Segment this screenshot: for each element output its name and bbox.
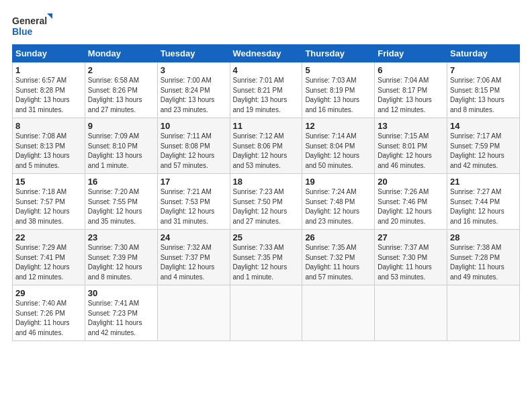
day-info: Sunrise: 7:08 AMSunset: 8:13 PMDaylight:…: [15, 132, 82, 171]
table-row: [375, 285, 447, 341]
col-monday: Monday: [85, 45, 157, 62]
day-number: 8: [15, 121, 82, 131]
day-info: Sunrise: 6:57 AMSunset: 8:28 PMDaylight:…: [15, 76, 82, 115]
day-info: Sunrise: 7:37 AMSunset: 7:30 PMDaylight:…: [378, 243, 444, 282]
table-row: 9Sunrise: 7:09 AMSunset: 8:10 PMDaylight…: [85, 118, 157, 174]
table-row: 14Sunrise: 7:17 AMSunset: 7:59 PMDayligh…: [447, 118, 520, 174]
day-number: 11: [233, 121, 300, 131]
day-number: 29: [15, 288, 82, 298]
day-number: 20: [378, 177, 444, 187]
day-number: 17: [161, 177, 227, 187]
day-number: 2: [88, 65, 154, 75]
day-info: Sunrise: 7:24 AMSunset: 7:48 PMDaylight:…: [305, 187, 371, 226]
day-number: 14: [450, 121, 517, 131]
table-row: 1Sunrise: 6:57 AMSunset: 8:28 PMDaylight…: [13, 62, 85, 118]
day-info: Sunrise: 7:14 AMSunset: 8:04 PMDaylight:…: [305, 132, 371, 171]
table-row: 4Sunrise: 7:01 AMSunset: 8:21 PMDaylight…: [230, 62, 302, 118]
calendar-header-row: Sunday Monday Tuesday Wednesday Thursday…: [13, 45, 520, 62]
table-row: 15Sunrise: 7:18 AMSunset: 7:57 PMDayligh…: [13, 174, 85, 230]
table-row: 2Sunrise: 6:58 AMSunset: 8:26 PMDaylight…: [85, 62, 157, 118]
table-row: 30Sunrise: 7:41 AMSunset: 7:23 PMDayligh…: [85, 285, 157, 341]
table-row: 18Sunrise: 7:23 AMSunset: 7:50 PMDayligh…: [230, 174, 302, 230]
table-row: 12Sunrise: 7:14 AMSunset: 8:04 PMDayligh…: [302, 118, 375, 174]
day-number: 24: [161, 232, 227, 242]
day-number: 10: [161, 121, 227, 131]
day-number: 21: [450, 177, 517, 187]
day-info: Sunrise: 7:29 AMSunset: 7:41 PMDaylight:…: [15, 243, 82, 282]
svg-text:Blue: Blue: [12, 26, 33, 37]
day-number: 26: [305, 232, 371, 242]
day-number: 23: [88, 232, 154, 242]
day-info: Sunrise: 7:32 AMSunset: 7:37 PMDaylight:…: [161, 243, 227, 282]
svg-text:General: General: [12, 15, 47, 26]
table-row: 21Sunrise: 7:27 AMSunset: 7:44 PMDayligh…: [447, 174, 520, 230]
table-row: 17Sunrise: 7:21 AMSunset: 7:53 PMDayligh…: [157, 174, 230, 230]
day-number: 30: [88, 288, 154, 298]
day-info: Sunrise: 7:33 AMSunset: 7:35 PMDaylight:…: [233, 243, 300, 282]
table-row: 13Sunrise: 7:15 AMSunset: 8:01 PMDayligh…: [375, 118, 447, 174]
table-row: 19Sunrise: 7:24 AMSunset: 7:48 PMDayligh…: [302, 174, 375, 230]
day-number: 4: [233, 65, 300, 75]
table-row: 27Sunrise: 7:37 AMSunset: 7:30 PMDayligh…: [375, 230, 447, 285]
day-number: 25: [233, 232, 300, 242]
table-row: 25Sunrise: 7:33 AMSunset: 7:35 PMDayligh…: [230, 230, 302, 285]
day-number: 27: [378, 232, 444, 242]
col-friday: Friday: [375, 45, 447, 62]
col-wednesday: Wednesday: [230, 45, 302, 62]
day-number: 7: [450, 65, 517, 75]
table-row: 8Sunrise: 7:08 AMSunset: 8:13 PMDaylight…: [13, 118, 85, 174]
day-info: Sunrise: 7:06 AMSunset: 8:15 PMDaylight:…: [450, 76, 517, 115]
day-info: Sunrise: 7:38 AMSunset: 7:28 PMDaylight:…: [450, 243, 517, 282]
calendar-table: Sunday Monday Tuesday Wednesday Thursday…: [12, 44, 520, 341]
day-number: 19: [305, 177, 371, 187]
day-number: 15: [15, 177, 82, 187]
day-number: 13: [378, 121, 444, 131]
table-row: 24Sunrise: 7:32 AMSunset: 7:37 PMDayligh…: [157, 230, 230, 285]
day-info: Sunrise: 7:09 AMSunset: 8:10 PMDaylight:…: [88, 132, 154, 171]
table-row: 22Sunrise: 7:29 AMSunset: 7:41 PMDayligh…: [13, 230, 85, 285]
table-row: 16Sunrise: 7:20 AMSunset: 7:55 PMDayligh…: [85, 174, 157, 230]
day-info: Sunrise: 7:12 AMSunset: 8:06 PMDaylight:…: [233, 132, 300, 171]
table-row: 10Sunrise: 7:11 AMSunset: 8:08 PMDayligh…: [157, 118, 230, 174]
day-number: 28: [450, 232, 517, 242]
day-info: Sunrise: 7:41 AMSunset: 7:23 PMDaylight:…: [88, 299, 154, 338]
col-saturday: Saturday: [447, 45, 520, 62]
logo: General Blue: [12, 12, 52, 39]
col-thursday: Thursday: [302, 45, 375, 62]
day-number: 9: [88, 121, 154, 131]
day-info: Sunrise: 7:01 AMSunset: 8:21 PMDaylight:…: [233, 76, 300, 115]
table-row: 26Sunrise: 7:35 AMSunset: 7:32 PMDayligh…: [302, 230, 375, 285]
day-info: Sunrise: 7:04 AMSunset: 8:17 PMDaylight:…: [378, 76, 444, 115]
day-number: 1: [15, 65, 82, 75]
day-number: 22: [15, 232, 82, 242]
table-row: [157, 285, 230, 341]
day-info: Sunrise: 7:17 AMSunset: 7:59 PMDaylight:…: [450, 132, 517, 171]
table-row: [230, 285, 302, 341]
table-row: 29Sunrise: 7:40 AMSunset: 7:26 PMDayligh…: [13, 285, 85, 341]
day-info: Sunrise: 7:03 AMSunset: 8:19 PMDaylight:…: [305, 76, 371, 115]
table-row: 5Sunrise: 7:03 AMSunset: 8:19 PMDaylight…: [302, 62, 375, 118]
header: General Blue: [12, 12, 520, 39]
table-row: 23Sunrise: 7:30 AMSunset: 7:39 PMDayligh…: [85, 230, 157, 285]
day-number: 5: [305, 65, 371, 75]
day-number: 3: [161, 65, 227, 75]
table-row: 6Sunrise: 7:04 AMSunset: 8:17 PMDaylight…: [375, 62, 447, 118]
table-row: 11Sunrise: 7:12 AMSunset: 8:06 PMDayligh…: [230, 118, 302, 174]
day-info: Sunrise: 7:18 AMSunset: 7:57 PMDaylight:…: [15, 187, 82, 226]
day-number: 6: [378, 65, 444, 75]
day-info: Sunrise: 6:58 AMSunset: 8:26 PMDaylight:…: [88, 76, 154, 115]
col-sunday: Sunday: [13, 45, 85, 62]
day-info: Sunrise: 7:35 AMSunset: 7:32 PMDaylight:…: [305, 243, 371, 282]
calendar-page: General Blue Sunday Monday Tuesday Wedne…: [0, 0, 532, 411]
day-number: 12: [305, 121, 371, 131]
table-row: [447, 285, 520, 341]
day-number: 16: [88, 177, 154, 187]
col-tuesday: Tuesday: [157, 45, 230, 62]
table-row: 7Sunrise: 7:06 AMSunset: 8:15 PMDaylight…: [447, 62, 520, 118]
table-row: [302, 285, 375, 341]
svg-marker-2: [47, 13, 52, 19]
day-info: Sunrise: 7:15 AMSunset: 8:01 PMDaylight:…: [378, 132, 444, 171]
logo-svg: General Blue: [12, 12, 52, 39]
day-info: Sunrise: 7:20 AMSunset: 7:55 PMDaylight:…: [88, 187, 154, 226]
day-info: Sunrise: 7:23 AMSunset: 7:50 PMDaylight:…: [233, 187, 300, 226]
